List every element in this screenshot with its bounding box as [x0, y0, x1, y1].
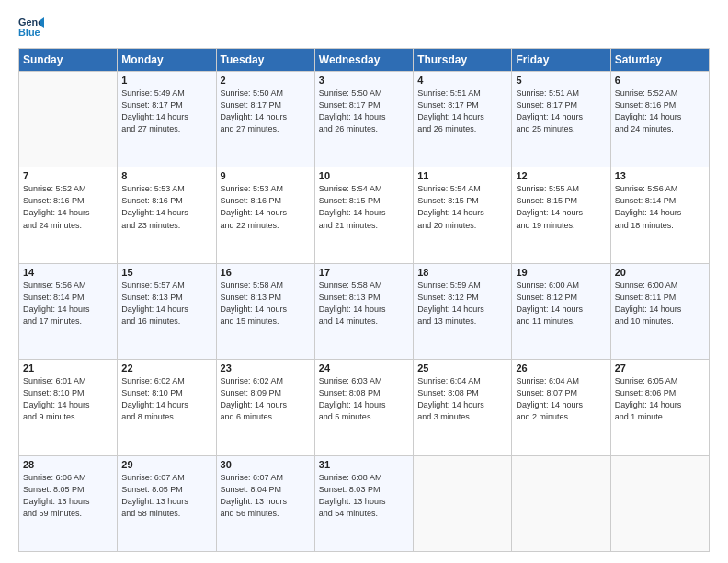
calendar-day-cell: 10Sunrise: 5:54 AM Sunset: 8:15 PM Dayli… [314, 167, 413, 263]
day-info: Sunrise: 5:51 AM Sunset: 8:17 PM Dayligh… [417, 87, 507, 135]
day-info: Sunrise: 6:02 AM Sunset: 8:09 PM Dayligh… [221, 375, 311, 423]
day-number: 23 [221, 362, 311, 373]
calendar-day-cell: 17Sunrise: 5:58 AM Sunset: 8:13 PM Dayli… [314, 263, 413, 359]
day-info: Sunrise: 6:07 AM Sunset: 8:04 PM Dayligh… [221, 472, 311, 520]
day-number: 13 [615, 170, 705, 181]
logo: General Blue [18, 15, 44, 40]
day-number: 28 [23, 459, 113, 470]
day-info: Sunrise: 5:56 AM Sunset: 8:14 PM Dayligh… [23, 280, 113, 327]
day-info: Sunrise: 5:49 AM Sunset: 8:17 PM Dayligh… [121, 87, 211, 135]
day-info: Sunrise: 5:59 AM Sunset: 8:12 PM Dayligh… [417, 280, 507, 327]
calendar-week-row: 1Sunrise: 5:49 AM Sunset: 8:17 PM Daylig… [19, 72, 710, 167]
calendar-day-cell: 5Sunrise: 5:51 AM Sunset: 8:17 PM Daylig… [512, 72, 610, 167]
day-info: Sunrise: 5:51 AM Sunset: 8:17 PM Dayligh… [516, 87, 606, 135]
calendar-day-cell: 28Sunrise: 6:06 AM Sunset: 8:05 PM Dayli… [19, 455, 118, 551]
day-number: 20 [615, 267, 705, 278]
day-number: 30 [221, 459, 311, 470]
calendar-day-cell: 7Sunrise: 5:52 AM Sunset: 8:16 PM Daylig… [19, 167, 118, 263]
day-info: Sunrise: 6:00 AM Sunset: 8:12 PM Dayligh… [516, 280, 606, 327]
day-number: 24 [319, 362, 409, 373]
weekday-header: Saturday [610, 49, 709, 72]
day-number: 2 [221, 75, 311, 86]
calendar-day-cell: 27Sunrise: 6:05 AM Sunset: 8:06 PM Dayli… [610, 360, 709, 455]
calendar-day-cell: 4Sunrise: 5:51 AM Sunset: 8:17 PM Daylig… [414, 72, 512, 167]
day-number: 1 [121, 75, 211, 86]
calendar-day-cell: 24Sunrise: 6:03 AM Sunset: 8:08 PM Dayli… [314, 360, 413, 455]
day-number: 10 [319, 170, 409, 181]
day-number: 14 [23, 267, 113, 278]
weekday-header: Tuesday [216, 49, 314, 72]
day-number: 27 [615, 362, 705, 373]
day-number: 29 [121, 459, 211, 470]
calendar-day-cell: 29Sunrise: 6:07 AM Sunset: 8:05 PM Dayli… [118, 455, 216, 551]
calendar-day-cell: 31Sunrise: 6:08 AM Sunset: 8:03 PM Dayli… [314, 455, 413, 551]
calendar-week-row: 28Sunrise: 6:06 AM Sunset: 8:05 PM Dayli… [19, 455, 710, 551]
calendar-body: 1Sunrise: 5:49 AM Sunset: 8:17 PM Daylig… [19, 72, 710, 552]
day-info: Sunrise: 6:04 AM Sunset: 8:08 PM Dayligh… [417, 375, 507, 423]
weekday-header: Friday [512, 49, 610, 72]
calendar-day-cell: 16Sunrise: 5:58 AM Sunset: 8:13 PM Dayli… [216, 263, 314, 359]
calendar-day-cell: 30Sunrise: 6:07 AM Sunset: 8:04 PM Dayli… [216, 455, 314, 551]
day-info: Sunrise: 5:50 AM Sunset: 8:17 PM Dayligh… [221, 87, 311, 135]
day-info: Sunrise: 6:04 AM Sunset: 8:07 PM Dayligh… [516, 375, 606, 423]
day-info: Sunrise: 6:08 AM Sunset: 8:03 PM Dayligh… [319, 472, 409, 520]
day-number: 6 [615, 75, 705, 86]
day-number: 17 [319, 267, 409, 278]
day-number: 15 [121, 267, 211, 278]
calendar-day-cell: 13Sunrise: 5:56 AM Sunset: 8:14 PM Dayli… [610, 167, 709, 263]
calendar-day-cell: 25Sunrise: 6:04 AM Sunset: 8:08 PM Dayli… [414, 360, 512, 455]
day-number: 5 [516, 75, 606, 86]
calendar-day-cell [19, 72, 118, 167]
day-info: Sunrise: 6:02 AM Sunset: 8:10 PM Dayligh… [121, 375, 211, 423]
calendar-day-cell [414, 455, 512, 551]
calendar-day-cell: 22Sunrise: 6:02 AM Sunset: 8:10 PM Dayli… [118, 360, 216, 455]
day-number: 3 [319, 75, 409, 86]
day-info: Sunrise: 5:52 AM Sunset: 8:16 PM Dayligh… [23, 183, 113, 231]
calendar-day-cell: 6Sunrise: 5:52 AM Sunset: 8:16 PM Daylig… [610, 72, 709, 167]
logo-icon: General Blue [18, 15, 44, 40]
calendar-day-cell: 20Sunrise: 6:00 AM Sunset: 8:11 PM Dayli… [610, 263, 709, 359]
day-number: 26 [516, 362, 606, 373]
day-number: 22 [121, 362, 211, 373]
page-header: General Blue [18, 15, 710, 40]
day-info: Sunrise: 5:50 AM Sunset: 8:17 PM Dayligh… [319, 87, 409, 135]
day-number: 9 [221, 170, 311, 181]
weekday-header: Wednesday [314, 49, 413, 72]
calendar-day-cell: 19Sunrise: 6:00 AM Sunset: 8:12 PM Dayli… [512, 263, 610, 359]
calendar-day-cell: 23Sunrise: 6:02 AM Sunset: 8:09 PM Dayli… [216, 360, 314, 455]
calendar-day-cell: 26Sunrise: 6:04 AM Sunset: 8:07 PM Dayli… [512, 360, 610, 455]
calendar-day-cell: 18Sunrise: 5:59 AM Sunset: 8:12 PM Dayli… [414, 263, 512, 359]
calendar-day-cell: 21Sunrise: 6:01 AM Sunset: 8:10 PM Dayli… [19, 360, 118, 455]
day-info: Sunrise: 6:03 AM Sunset: 8:08 PM Dayligh… [319, 375, 409, 423]
day-number: 12 [516, 170, 606, 181]
calendar-day-cell: 2Sunrise: 5:50 AM Sunset: 8:17 PM Daylig… [216, 72, 314, 167]
day-number: 19 [516, 267, 606, 278]
day-info: Sunrise: 5:54 AM Sunset: 8:15 PM Dayligh… [319, 183, 409, 231]
calendar-day-cell: 14Sunrise: 5:56 AM Sunset: 8:14 PM Dayli… [19, 263, 118, 359]
weekday-header-row: SundayMondayTuesdayWednesdayThursdayFrid… [19, 49, 710, 72]
day-number: 21 [23, 362, 113, 373]
day-number: 7 [23, 170, 113, 181]
calendar-week-row: 7Sunrise: 5:52 AM Sunset: 8:16 PM Daylig… [19, 167, 710, 263]
calendar-table: SundayMondayTuesdayWednesdayThursdayFrid… [18, 48, 710, 552]
calendar-day-cell: 15Sunrise: 5:57 AM Sunset: 8:13 PM Dayli… [118, 263, 216, 359]
calendar-day-cell: 8Sunrise: 5:53 AM Sunset: 8:16 PM Daylig… [118, 167, 216, 263]
day-info: Sunrise: 5:53 AM Sunset: 8:16 PM Dayligh… [221, 183, 311, 231]
day-info: Sunrise: 6:06 AM Sunset: 8:05 PM Dayligh… [23, 472, 113, 520]
weekday-header: Monday [118, 49, 216, 72]
day-number: 8 [121, 170, 211, 181]
day-info: Sunrise: 6:05 AM Sunset: 8:06 PM Dayligh… [615, 375, 705, 423]
day-info: Sunrise: 5:55 AM Sunset: 8:15 PM Dayligh… [516, 183, 606, 231]
calendar-day-cell: 3Sunrise: 5:50 AM Sunset: 8:17 PM Daylig… [314, 72, 413, 167]
day-info: Sunrise: 6:00 AM Sunset: 8:11 PM Dayligh… [615, 280, 705, 327]
svg-text:Blue: Blue [18, 27, 40, 38]
day-info: Sunrise: 5:52 AM Sunset: 8:16 PM Dayligh… [615, 87, 705, 135]
day-info: Sunrise: 5:58 AM Sunset: 8:13 PM Dayligh… [319, 280, 409, 327]
day-number: 18 [417, 267, 507, 278]
day-number: 4 [417, 75, 507, 86]
day-info: Sunrise: 5:56 AM Sunset: 8:14 PM Dayligh… [615, 183, 705, 231]
calendar-week-row: 21Sunrise: 6:01 AM Sunset: 8:10 PM Dayli… [19, 360, 710, 455]
day-number: 16 [221, 267, 311, 278]
calendar-day-cell [512, 455, 610, 551]
day-info: Sunrise: 5:54 AM Sunset: 8:15 PM Dayligh… [417, 183, 507, 231]
